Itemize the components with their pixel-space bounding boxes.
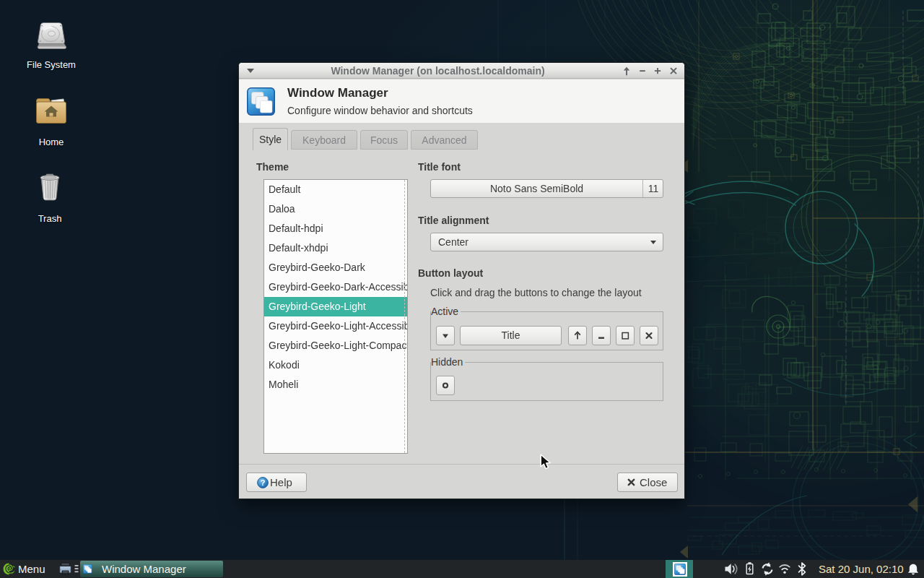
svg-text:?: ? xyxy=(261,478,266,487)
